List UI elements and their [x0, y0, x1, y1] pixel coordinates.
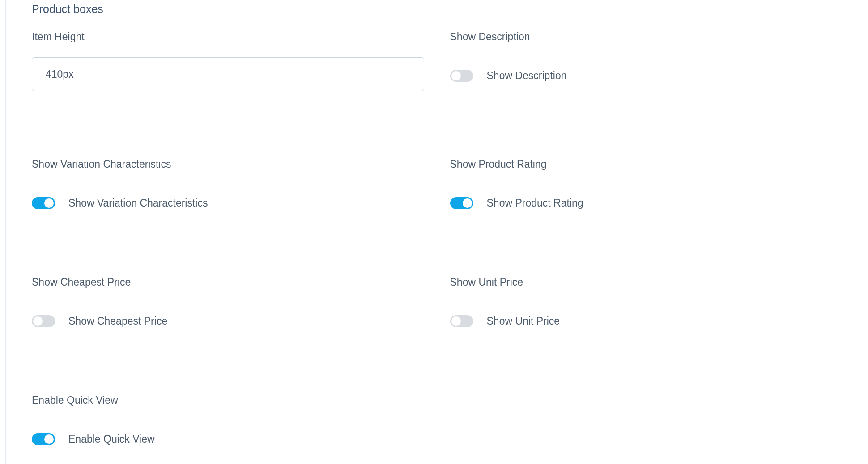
show-variation-characteristics-toggle-row: Show Variation Characteristics [32, 197, 424, 209]
show-unit-price-toggle[interactable] [450, 315, 473, 327]
field-show-variation-characteristics: Show Variation Characteristics Show Vari… [32, 158, 424, 209]
settings-panel: Product boxes Item Height Show Descripti… [5, 0, 868, 464]
show-product-rating-label: Show Product Rating [450, 158, 842, 170]
show-product-rating-toggle[interactable] [450, 197, 473, 209]
toggle-knob [44, 198, 54, 208]
show-description-toggle-label: Show Description [487, 70, 567, 82]
item-height-input[interactable] [32, 57, 424, 91]
field-enable-quick-view: Enable Quick View Enable Quick View [32, 394, 424, 445]
enable-quick-view-toggle-row: Enable Quick View [32, 433, 424, 445]
enable-quick-view-toggle[interactable] [32, 433, 55, 445]
show-description-toggle[interactable] [450, 70, 473, 82]
toggle-knob [463, 198, 472, 208]
show-unit-price-label: Show Unit Price [450, 276, 842, 288]
field-show-product-rating: Show Product Rating Show Product Rating [450, 158, 842, 209]
show-variation-characteristics-toggle[interactable] [32, 197, 55, 209]
toggle-knob [451, 71, 461, 80]
toggle-knob [451, 316, 461, 326]
show-cheapest-price-toggle[interactable] [32, 315, 55, 327]
section-title: Product boxes [32, 3, 842, 16]
show-variation-characteristics-toggle-label: Show Variation Characteristics [68, 197, 208, 209]
show-description-toggle-row: Show Description [450, 70, 842, 82]
show-cheapest-price-toggle-row: Show Cheapest Price [32, 315, 424, 327]
field-item-height: Item Height [32, 31, 424, 91]
toggle-knob [33, 316, 43, 326]
item-height-label: Item Height [32, 31, 424, 43]
show-unit-price-toggle-row: Show Unit Price [450, 315, 842, 327]
show-description-label: Show Description [450, 31, 842, 43]
show-variation-characteristics-label: Show Variation Characteristics [32, 158, 424, 170]
enable-quick-view-label: Enable Quick View [32, 394, 424, 406]
show-product-rating-toggle-label: Show Product Rating [487, 197, 583, 209]
enable-quick-view-toggle-label: Enable Quick View [68, 433, 155, 445]
field-show-description: Show Description Show Description [450, 31, 842, 91]
show-cheapest-price-label: Show Cheapest Price [32, 276, 424, 288]
field-show-cheapest-price: Show Cheapest Price Show Cheapest Price [32, 276, 424, 327]
show-cheapest-price-toggle-label: Show Cheapest Price [68, 315, 167, 327]
show-product-rating-toggle-row: Show Product Rating [450, 197, 842, 209]
toggle-knob [44, 434, 54, 444]
settings-grid: Item Height Show Description Show Descri… [32, 31, 842, 464]
field-show-unit-price: Show Unit Price Show Unit Price [450, 276, 842, 327]
show-unit-price-toggle-label: Show Unit Price [487, 315, 560, 327]
